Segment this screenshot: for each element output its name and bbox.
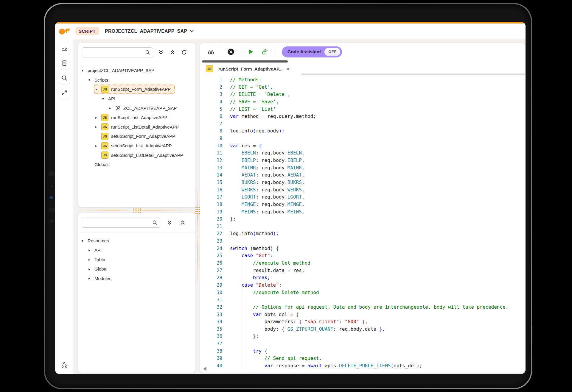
code-line: 2// GET = 'Get',	[200, 84, 525, 91]
code-text: var opts_del = {	[222, 311, 299, 318]
run-button[interactable]	[247, 48, 255, 56]
code-text	[222, 340, 230, 348]
line-number: 7	[200, 120, 222, 128]
code-assistant-state[interactable]: OFF	[324, 48, 340, 56]
chevron-right-icon[interactable]: ▸	[95, 144, 101, 148]
tab-runscript-form-adaptiveapp[interactable]: JS runScript_Form_AdaptiveAP... ×	[204, 65, 291, 72]
tree-item-setupscript-list-adaptiveapp[interactable]: ▸JSsetupScript_List_AdaptiveAPP	[78, 141, 195, 151]
tree-item-projectzcl-adaptiveapp-sap[interactable]: ▾projectZCL_ADAPTIVEAPP_SAP	[78, 66, 195, 75]
tree-item-runscript-form-adaptiveapp[interactable]: ▾JSrunScript_Form_AdaptiveAPP	[78, 85, 195, 94]
indent-guide	[230, 304, 230, 311]
chevron-right-icon[interactable]: ▸	[95, 125, 101, 129]
indent-guide	[230, 260, 230, 267]
chevron-down-icon[interactable]: ▾	[88, 78, 94, 82]
status-led	[50, 196, 53, 199]
collapse-all-button[interactable]	[169, 49, 176, 56]
code-editor[interactable]: 1// Methods:2// GET = 'Get',3// DELETE =…	[200, 75, 525, 373]
code-line: 23	[200, 238, 525, 245]
chevron-down-icon[interactable]: ▾	[82, 239, 88, 243]
terminate-button[interactable]	[227, 48, 235, 56]
debug-run-button[interactable]	[261, 48, 269, 56]
explorer-search-input[interactable]	[82, 48, 146, 57]
explorer-search-box	[82, 47, 153, 57]
chevron-down-icon[interactable]: ▾	[95, 87, 101, 91]
explorer-search-row	[78, 43, 195, 62]
line-number: 6	[200, 113, 222, 120]
line-number: 1	[200, 76, 222, 84]
find-button[interactable]	[207, 48, 215, 56]
line-number: 12	[200, 157, 222, 164]
code-text: var res = {	[222, 142, 262, 150]
chevron-right-icon[interactable]: ▸	[95, 115, 101, 120]
expand-all-button[interactable]	[166, 219, 173, 227]
code-line: 37	[200, 340, 525, 348]
refresh-icon	[181, 49, 187, 55]
line-number: 38	[200, 348, 222, 355]
chevron-right-icon[interactable]: ▸	[109, 106, 115, 110]
indent-guide	[230, 179, 230, 186]
code-line: 4// SAVE = 'Save',	[200, 98, 525, 106]
tree-item-globals[interactable]: Globals	[78, 160, 195, 169]
tree-item-setupscript-listdetail-adaptiveapp[interactable]: JSsetupScript_ListDetail_AdaptiveAPP	[78, 150, 195, 160]
tree-item-api[interactable]: ▸API	[78, 246, 195, 255]
tree-item-api[interactable]: ▾API	[78, 94, 195, 104]
refresh-button[interactable]	[180, 49, 188, 56]
editor-toolbar: Code Assistant OFF	[200, 43, 525, 61]
tree-item-label: Table	[94, 257, 105, 262]
rail-expand-button[interactable]	[58, 87, 70, 99]
code-text	[222, 135, 230, 142]
vertical-splitter[interactable]	[195, 43, 200, 373]
chevron-down-icon[interactable]: ▾	[102, 97, 108, 101]
tree-item-global[interactable]: ▸Global	[78, 264, 195, 274]
code-line: 1// Methods:	[200, 76, 525, 84]
code-line: 6var method = req.query.method;	[200, 113, 525, 120]
expand-all-button[interactable]	[157, 49, 165, 56]
rail-script-list-button[interactable]	[58, 43, 70, 55]
code-line: 17 LGORT: req.body.LGORT,	[200, 193, 525, 201]
drag-handle-icon	[133, 208, 141, 213]
script-explorer-panel: ▾projectZCL_ADAPTIVEAPP_SAP▾Scripts▾JSru…	[78, 43, 195, 207]
rail-hierarchy-button[interactable]	[58, 359, 70, 371]
code-text: BUKRS: req.body.BUKRS,	[222, 179, 304, 186]
tree-item-modules[interactable]: ▸Modules	[78, 274, 195, 283]
line-number: 25	[200, 252, 222, 260]
chevron-down-icon[interactable]: ▾	[82, 68, 88, 73]
indent-guide	[230, 296, 230, 304]
toolbar-separator	[241, 47, 241, 56]
code-assistant-toggle[interactable]: Code Assistant OFF	[282, 46, 342, 57]
expand-icon	[61, 90, 68, 96]
chevron-right-icon[interactable]: ▸	[88, 248, 94, 252]
tree-item-runscript-list-adaptiveapp[interactable]: ▸JSrunScript_List_AdaptiveAPP	[78, 113, 195, 122]
line-number: 39	[200, 355, 222, 362]
code-text: var response = await apis.DELETE_PURCH_I…	[222, 362, 422, 370]
tree-item-label: Modules	[94, 276, 111, 281]
rail-search-button[interactable]	[58, 72, 70, 84]
indent-guide	[253, 362, 253, 370]
code-text: MATNR: req.body.MATNR,	[222, 164, 304, 172]
chevron-right-icon[interactable]: ▸	[88, 257, 94, 262]
collapse-all-button[interactable]	[179, 219, 186, 227]
horizontal-splitter[interactable]	[78, 207, 195, 213]
tree-item-runscript-listdetail-adaptiveapp[interactable]: ▸JSrunScript_ListDetail_AdaptiveAPP	[78, 122, 195, 132]
js-file-icon: JS	[101, 133, 108, 140]
scroll-left-arrow[interactable]	[203, 367, 206, 371]
line-number: 34	[200, 318, 222, 326]
resources-search-input[interactable]	[82, 218, 153, 227]
tree-item-scripts[interactable]: ▾Scripts	[78, 75, 195, 85]
code-text: // Send api request.	[222, 355, 322, 362]
project-selector[interactable]: PROJECTZCL_ADAPTIVEAPP_SAP	[105, 29, 194, 34]
chevron-right-icon[interactable]: ▸	[88, 267, 94, 271]
tree-item-zcl-adaptiveapp-sap[interactable]: ▸ ZCL_ADAPTIVEAPP_SAP	[78, 103, 195, 113]
tree-item-setupscript-form-adaptiveapp[interactable]: JSsetupScript_Form_AdaptiveAPP	[78, 132, 195, 141]
code-line: 15 BUKRS: req.body.BUKRS,	[200, 179, 525, 186]
chevron-right-icon[interactable]: ▸	[88, 276, 94, 280]
indent-guide	[230, 164, 230, 172]
line-number: 13	[200, 164, 222, 172]
tab-scrollbar-thumb[interactable]	[202, 60, 288, 63]
code-line: 31	[200, 296, 525, 304]
tree-item-table[interactable]: ▸Table	[78, 255, 195, 264]
tree-item-resources[interactable]: ▾Resources	[78, 236, 195, 246]
rail-document-button[interactable]	[58, 57, 70, 69]
tab-close-button[interactable]: ×	[287, 66, 290, 71]
js-file-icon: JS	[101, 114, 108, 121]
